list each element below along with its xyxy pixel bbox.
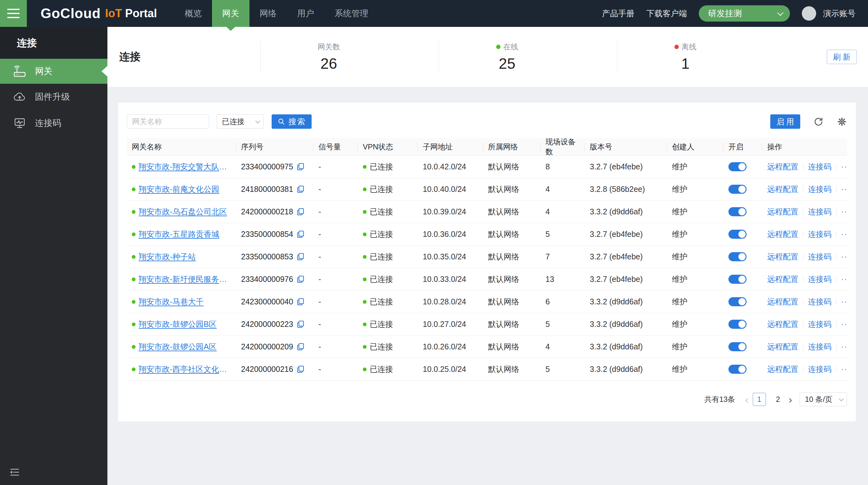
remote-config-link[interactable]: 远程配置 [767,274,798,284]
network-cell: 默认网络 [483,274,540,284]
gateway-name-link[interactable]: 翔安市政-马巷大千 [138,296,204,307]
nav-tab-overview[interactable]: 概览 [175,0,212,27]
remote-config-link[interactable]: 远程配置 [767,184,798,194]
gateway-name-input[interactable] [127,114,209,129]
gateway-name-link[interactable]: 翔安市政-种子站 [138,252,196,262]
gateway-enable-toggle[interactable] [728,185,747,194]
connection-code-link[interactable]: 连接码 [808,184,832,194]
connection-code-link[interactable]: 连接码 [808,162,832,172]
remote-config-link[interactable]: 远程配置 [767,319,798,330]
gateway-enable-toggle[interactable] [728,162,747,171]
connection-code-link[interactable]: 连接码 [808,342,832,352]
connection-code-link[interactable]: 连接码 [808,364,832,374]
action-separator [836,276,836,283]
connection-status-select[interactable]: 已连接 [217,114,264,129]
sidebar-item-firmware-upgrade[interactable]: 固件升级 [0,84,107,110]
next-page-icon[interactable]: › [787,394,794,405]
remote-config-link[interactable]: 远程配置 [767,364,798,374]
network-cell: 默认网络 [483,229,540,239]
remote-config-link[interactable]: 远程配置 [767,229,798,239]
account-name[interactable]: 演示账号 [823,8,856,19]
copy-serial-icon[interactable] [296,342,305,351]
more-actions-icon[interactable]: ··· [841,342,847,351]
more-actions-icon[interactable]: ··· [841,207,847,216]
product-manual-link[interactable]: 产品手册 [602,8,634,19]
sidebar-section-title: 连接 [0,27,107,59]
more-actions-icon[interactable]: ··· [841,297,847,306]
gateway-name-link[interactable]: 翔安市政-前庵文化公园 [138,184,219,194]
settings-gear-icon[interactable] [837,117,847,127]
search-icon [277,117,285,125]
more-actions-icon[interactable]: ··· [841,365,847,374]
collapse-sidebar-icon[interactable] [9,466,21,478]
enable-button[interactable]: 启用 [770,114,800,129]
gateway-name-link[interactable]: 翔安市政-西亭社区文化广场 [138,364,231,374]
gateway-enable-toggle[interactable] [728,320,747,329]
prev-page-icon[interactable]: ‹ [744,394,750,405]
gateway-name-link[interactable]: 翔安市政-鼓锣公园B区 [138,319,217,330]
connection-code-link[interactable]: 连接码 [808,206,832,217]
subnet-cell: 10.0.27.0/24 [418,320,483,329]
more-actions-icon[interactable]: ··· [841,320,847,329]
more-actions-icon[interactable]: ··· [841,230,847,239]
connection-code-link[interactable]: 连接码 [808,296,832,307]
connection-code-link[interactable]: 连接码 [808,274,832,284]
gateway-enable-toggle[interactable] [728,297,747,306]
remote-config-link[interactable]: 远程配置 [767,162,798,172]
search-button[interactable]: 搜索 [272,114,312,129]
gateway-enable-toggle[interactable] [728,275,747,284]
connection-code-link[interactable]: 连接码 [808,229,832,239]
copy-serial-icon[interactable] [296,185,305,194]
gateway-enable-toggle[interactable] [728,252,747,261]
more-actions-icon[interactable]: ··· [841,275,847,284]
gateway-name-link[interactable]: 翔安市政-鼓锣公园A区 [138,342,217,352]
more-actions-icon[interactable]: ··· [841,162,847,171]
gateway-name-link[interactable]: 翔安市政-新圩便民服务中心 [138,274,231,284]
avatar[interactable] [802,6,816,21]
more-actions-icon[interactable]: ··· [841,252,847,261]
gateway-enable-toggle[interactable] [728,230,747,239]
remote-config-link[interactable]: 远程配置 [767,252,798,262]
remote-config-link[interactable]: 远程配置 [767,296,798,307]
sidebar-item-connection-code[interactable]: 连接码 [0,110,107,136]
sidebar-item-gateway[interactable]: 网关 [0,59,107,84]
copy-serial-icon[interactable] [296,365,305,373]
creator-cell: 维护 [667,364,723,374]
remote-config-link[interactable]: 远程配置 [767,342,798,352]
nav-tab-users[interactable]: 用户 [287,0,324,27]
copy-serial-icon[interactable] [296,275,305,283]
remote-config-link[interactable]: 远程配置 [767,206,798,217]
copy-serial-icon[interactable] [296,163,305,171]
page-number-1[interactable]: 1 [753,393,766,406]
gateway-name-link[interactable]: 翔安市政-五星路贡香城 [138,229,219,239]
gateway-name-link[interactable]: 翔安市政-翔安交警大队北侧 [138,162,231,172]
environment-select[interactable]: 研发挂测 [699,5,790,22]
hamburger-menu-icon[interactable] [0,0,27,27]
gateway-enable-toggle[interactable] [728,342,747,351]
connection-code-link[interactable]: 连接码 [808,252,832,262]
more-actions-icon[interactable]: ··· [841,185,847,194]
version-cell: 3.2.7 (eb4febe) [585,252,667,261]
refresh-button[interactable]: 刷新 [827,50,857,64]
gateway-enable-toggle[interactable] [728,365,747,374]
action-separator [803,298,803,305]
copy-serial-icon[interactable] [296,297,305,306]
network-cell: 默认网络 [483,206,540,217]
download-client-link[interactable]: 下载客户端 [646,8,687,19]
logo-iot: IoT [105,7,122,20]
copy-serial-icon[interactable] [296,230,305,238]
nav-tab-gateway[interactable]: 网关 [212,0,249,27]
action-separator [836,321,836,328]
refresh-icon[interactable] [813,117,824,127]
gateway-enable-toggle[interactable] [728,207,747,216]
gateway-name-link[interactable]: 翔安市政-乌石盘公司北区 [138,206,227,217]
connection-code-link[interactable]: 连接码 [808,319,832,330]
copy-serial-icon[interactable] [296,207,305,216]
sidebar-item-label: 固件升级 [35,91,70,103]
copy-serial-icon[interactable] [296,253,305,261]
nav-tab-system[interactable]: 系统管理 [324,0,379,27]
page-size-select[interactable]: 10 条/页 [800,393,847,406]
copy-serial-icon[interactable] [296,320,305,329]
nav-tab-network[interactable]: 网络 [249,0,287,27]
page-number-2[interactable]: 2 [772,393,785,406]
